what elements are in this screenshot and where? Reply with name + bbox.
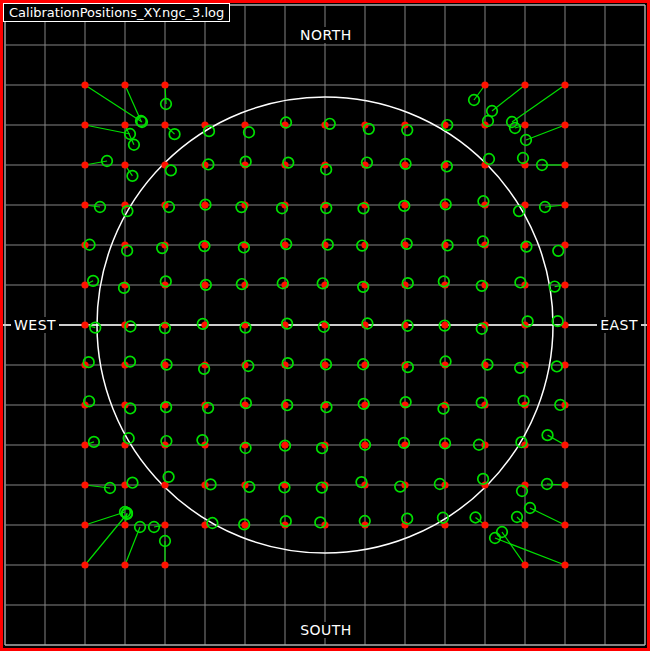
calibration-position-dot bbox=[561, 281, 568, 288]
plot-title-text: CalibrationPositions_XY.ngc_3.log bbox=[9, 5, 224, 20]
calibration-position-dot bbox=[521, 561, 528, 568]
compass-label-west: WEST bbox=[11, 317, 59, 333]
calibration-position-dot bbox=[561, 561, 568, 568]
calibration-position-dot bbox=[561, 161, 568, 168]
calibration-position-dot bbox=[81, 521, 88, 528]
calibration-position-dot bbox=[361, 441, 368, 448]
measured-position-ring bbox=[553, 246, 564, 257]
calibration-position-dot bbox=[521, 81, 528, 88]
calibration-position-dot bbox=[521, 521, 528, 528]
compass-label-south: SOUTH bbox=[297, 622, 355, 638]
calibration-position-dot bbox=[81, 161, 88, 168]
calibration-position-dot bbox=[161, 521, 168, 528]
calibration-position-dot bbox=[81, 121, 88, 128]
measured-position-ring bbox=[518, 153, 529, 164]
calibration-position-dot bbox=[81, 81, 88, 88]
compass-label-north: NORTH bbox=[297, 27, 355, 43]
calibration-position-dot bbox=[521, 121, 528, 128]
calibration-position-dot bbox=[81, 201, 88, 208]
calibration-position-dot bbox=[161, 561, 168, 568]
calibration-position-dot bbox=[481, 521, 488, 528]
calibration-position-dot bbox=[121, 81, 128, 88]
calibration-position-dot bbox=[81, 441, 88, 448]
calibration-position-dot bbox=[81, 561, 88, 568]
measured-position-ring bbox=[517, 486, 528, 497]
calibration-position-dot bbox=[561, 441, 568, 448]
plot-canvas bbox=[0, 0, 650, 651]
displacement-vector bbox=[512, 85, 565, 122]
compass-label-east: EAST bbox=[597, 317, 641, 333]
calibration-position-dot bbox=[561, 201, 568, 208]
displacement-vector bbox=[492, 85, 525, 111]
measured-position-ring bbox=[166, 165, 177, 176]
calibration-position-dot bbox=[201, 201, 208, 208]
calibration-position-dot bbox=[121, 121, 128, 128]
calibration-position-dot bbox=[161, 121, 168, 128]
displacement-vector bbox=[526, 125, 565, 140]
calibration-position-dot bbox=[481, 81, 488, 88]
plot-title-bar: CalibrationPositions_XY.ngc_3.log bbox=[3, 3, 230, 22]
calibration-position-dot bbox=[281, 441, 288, 448]
calibration-position-dot bbox=[81, 321, 88, 328]
displacement-vector bbox=[85, 514, 127, 565]
displacement-vector bbox=[495, 538, 565, 565]
calibration-position-dot bbox=[121, 521, 128, 528]
calibration-position-dot bbox=[201, 281, 208, 288]
calibration-position-dot bbox=[121, 161, 128, 168]
measured-position-ring bbox=[127, 477, 138, 488]
calibration-position-dot bbox=[441, 321, 448, 328]
calibration-position-dot bbox=[561, 521, 568, 528]
calibration-position-dot bbox=[561, 81, 568, 88]
calibration-position-dot bbox=[161, 81, 168, 88]
calibration-position-dot bbox=[561, 481, 568, 488]
measured-position-ring bbox=[552, 361, 563, 372]
calibration-position-dot bbox=[161, 161, 168, 168]
calibration-position-dot bbox=[561, 121, 568, 128]
calibration-position-dot bbox=[121, 561, 128, 568]
calibration-position-dot bbox=[81, 481, 88, 488]
plot-window: CalibrationPositions_XY.ngc_3.log NORTH … bbox=[0, 0, 650, 651]
